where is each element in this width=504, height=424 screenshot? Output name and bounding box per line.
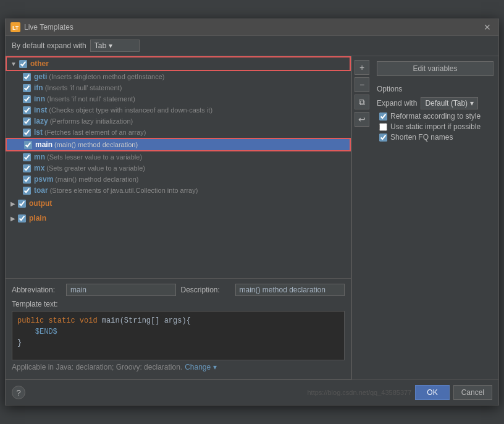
item-lst-abbr: lst: [34, 128, 43, 137]
dialog-icon: LT: [10, 22, 20, 32]
expand-arrow: ▾: [109, 41, 112, 50]
group-plain-label: plain: [29, 214, 46, 223]
item-mx-checkbox[interactable]: [23, 164, 31, 172]
item-toar-checkbox[interactable]: [23, 187, 31, 195]
expand-dropdown[interactable]: Tab ▾: [90, 40, 140, 52]
panel-buttons: + − ⧉ ↩: [351, 56, 372, 379]
item-main-checkbox[interactable]: [24, 141, 32, 149]
title-bar-left: LT Live Templates: [10, 22, 74, 32]
dialog-title: Live Templates: [24, 23, 74, 32]
change-link-label: Change: [185, 363, 211, 371]
main-panel: ▼ other geti (Inserts singleton method g…: [6, 56, 498, 379]
group-other-checkbox[interactable]: [19, 60, 27, 68]
item-mn-desc: (Sets lesser value to a variable): [47, 153, 142, 161]
watermark: https://blog.csdn.net/qq_43585377: [307, 389, 411, 396]
option-static-import-row: Use static import if possible: [377, 122, 494, 131]
list-item[interactable]: mn (Sets lesser value to a variable): [6, 151, 351, 163]
expand-with-label: Expand with: [377, 99, 417, 108]
copy-button[interactable]: ⧉: [355, 95, 369, 109]
expand-with-row: Expand with Default (Tab) ▾: [377, 97, 494, 109]
item-inn-checkbox[interactable]: [23, 95, 31, 103]
expand-with-value: Default (Tab): [425, 99, 468, 108]
item-mn-abbr: mn: [34, 153, 45, 161]
item-psvm-desc: (main() method declaration): [55, 176, 138, 183]
dialog-footer: ? https://blog.csdn.net/qq_43585377 OK C…: [6, 379, 498, 405]
add-button[interactable]: +: [355, 60, 369, 75]
edit-variables-button[interactable]: Edit variables: [377, 61, 494, 76]
group-plain-checkbox[interactable]: [18, 214, 26, 223]
change-link[interactable]: Change ▾: [185, 363, 216, 371]
undo-button[interactable]: ↩: [355, 112, 369, 127]
group-other-label: other: [30, 59, 49, 68]
item-mn-checkbox[interactable]: [23, 153, 31, 161]
item-lazy-checkbox[interactable]: [23, 117, 31, 125]
item-geti-checkbox[interactable]: [23, 73, 31, 81]
cancel-button[interactable]: Cancel: [453, 385, 492, 400]
list-item[interactable]: mx (Sets greater value to a variable): [6, 163, 351, 174]
static-import-label: Use static import if possible: [390, 122, 481, 131]
group-plain-arrow: ▶: [10, 215, 15, 222]
shorten-fq-checkbox[interactable]: [379, 134, 387, 142]
item-lst-checkbox[interactable]: [23, 129, 31, 137]
left-panel: ▼ other geti (Inserts singleton method g…: [6, 56, 351, 379]
item-psvm-abbr: psvm: [34, 175, 53, 184]
item-geti-abbr: geti: [34, 72, 47, 81]
item-ifn-checkbox[interactable]: [23, 84, 31, 92]
description-input[interactable]: [235, 284, 345, 296]
item-ifn-abbr: ifn: [34, 83, 43, 92]
list-item[interactable]: ifn (Inserts 'if null' statement): [6, 82, 351, 93]
live-templates-dialog: LT Live Templates ✕ By default expand wi…: [5, 19, 499, 405]
list-item[interactable]: geti (Inserts singleton method getInstan…: [6, 71, 351, 82]
item-toar-abbr: toar: [34, 186, 48, 195]
close-button[interactable]: ✕: [481, 22, 494, 33]
item-ifn-desc: (Inserts 'if null' statement): [45, 84, 122, 91]
form-area: Abbreviation: Description: Template text…: [6, 279, 351, 379]
item-mx-abbr: mx: [34, 164, 44, 172]
applicable-text: Applicable in Java: declaration; Groovy:…: [12, 363, 182, 371]
item-main-desc: (main() method declaration): [54, 141, 138, 148]
right-panel: Edit variables Options Expand with Defau…: [372, 56, 498, 379]
item-mx-desc: (Sets greater value to a variable): [46, 164, 145, 172]
toolbar: By default expand with Tab ▾: [6, 36, 498, 56]
abbreviation-label: Abbreviation:: [12, 286, 61, 294]
item-lazy-abbr: lazy: [34, 117, 48, 125]
code-line-1: public static void main(String[] args){: [17, 315, 339, 326]
option-shorten-fq-row: Shorten FQ names: [377, 133, 494, 142]
list-item[interactable]: lst (Fetches last element of an array): [6, 127, 351, 138]
reformat-label: Reformat according to style: [390, 112, 481, 121]
code-editor[interactable]: public static void main(String[] args){ …: [12, 311, 345, 360]
group-output-checkbox[interactable]: [18, 200, 26, 208]
item-inst-abbr: inst: [34, 106, 47, 114]
item-psvm-checkbox[interactable]: [23, 176, 31, 184]
list-item[interactable]: inst (Checks object type with instanceof…: [6, 104, 351, 116]
help-button[interactable]: ?: [12, 386, 25, 399]
item-inst-desc: (Checks object type with instanceof and …: [49, 106, 212, 114]
item-main-abbr: main: [35, 140, 52, 149]
code-line-3: }: [17, 337, 339, 349]
abbreviation-input[interactable]: [66, 284, 176, 296]
item-lazy-desc: (Performs lazy initialization): [50, 117, 133, 125]
reformat-checkbox[interactable]: [379, 112, 387, 121]
item-geti-desc: (Inserts singleton method getInstance): [49, 73, 164, 80]
group-output[interactable]: ▶ output: [6, 196, 351, 211]
expand-with-dropdown[interactable]: Default (Tab) ▾: [421, 97, 478, 109]
expand-value: Tab: [94, 41, 106, 50]
template-text-label: Template text:: [12, 300, 345, 308]
item-inst-checkbox[interactable]: [23, 106, 31, 114]
svg-text:LT: LT: [12, 25, 19, 31]
list-item[interactable]: lazy (Performs lazy initialization): [6, 116, 351, 127]
list-item[interactable]: psvm (main() method declaration): [6, 174, 351, 185]
shorten-fq-label: Shorten FQ names: [390, 133, 453, 142]
remove-button[interactable]: −: [355, 77, 369, 92]
expand-with-arrow: ▾: [470, 99, 474, 108]
static-import-checkbox[interactable]: [379, 123, 387, 131]
group-other[interactable]: ▼ other: [6, 56, 351, 71]
list-item[interactable]: inn (Inserts 'if not null' statement): [6, 93, 351, 104]
options-title: Options: [377, 85, 494, 93]
group-output-arrow: ▶: [10, 200, 15, 207]
list-item-main[interactable]: main (main() method declaration): [6, 138, 351, 151]
item-lst-desc: (Fetches last element of an array): [44, 129, 146, 136]
group-plain[interactable]: ▶ plain: [6, 211, 351, 226]
ok-button[interactable]: OK: [415, 385, 449, 400]
list-item[interactable]: toar (Stores elements of java.util.Colle…: [6, 185, 351, 196]
